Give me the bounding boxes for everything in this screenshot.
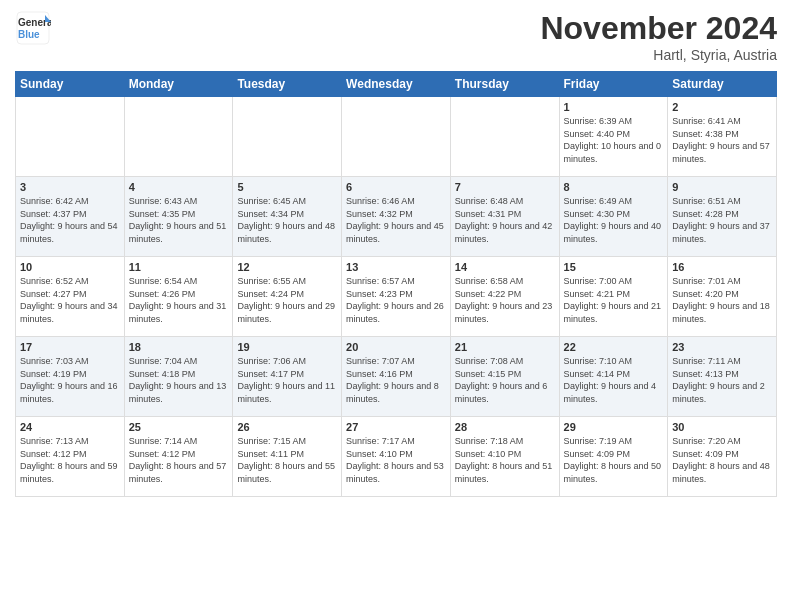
calendar-cell: 17Sunrise: 7:03 AM Sunset: 4:19 PM Dayli… — [16, 337, 125, 417]
day-info: Sunrise: 7:18 AM Sunset: 4:10 PM Dayligh… — [455, 435, 555, 485]
col-sunday: Sunday — [16, 72, 125, 97]
day-number: 7 — [455, 181, 555, 193]
calendar-cell: 14Sunrise: 6:58 AM Sunset: 4:22 PM Dayli… — [450, 257, 559, 337]
calendar-cell: 23Sunrise: 7:11 AM Sunset: 4:13 PM Dayli… — [668, 337, 777, 417]
title-block: November 2024 Hartl, Styria, Austria — [540, 10, 777, 63]
calendar-cell: 18Sunrise: 7:04 AM Sunset: 4:18 PM Dayli… — [124, 337, 233, 417]
calendar-row: 1Sunrise: 6:39 AM Sunset: 4:40 PM Daylig… — [16, 97, 777, 177]
col-monday: Monday — [124, 72, 233, 97]
day-number: 9 — [672, 181, 772, 193]
calendar-cell: 12Sunrise: 6:55 AM Sunset: 4:24 PM Dayli… — [233, 257, 342, 337]
calendar-cell: 15Sunrise: 7:00 AM Sunset: 4:21 PM Dayli… — [559, 257, 668, 337]
calendar-row: 10Sunrise: 6:52 AM Sunset: 4:27 PM Dayli… — [16, 257, 777, 337]
day-number: 23 — [672, 341, 772, 353]
day-info: Sunrise: 6:55 AM Sunset: 4:24 PM Dayligh… — [237, 275, 337, 325]
calendar-cell: 3Sunrise: 6:42 AM Sunset: 4:37 PM Daylig… — [16, 177, 125, 257]
day-info: Sunrise: 7:20 AM Sunset: 4:09 PM Dayligh… — [672, 435, 772, 485]
calendar-cell: 11Sunrise: 6:54 AM Sunset: 4:26 PM Dayli… — [124, 257, 233, 337]
day-number: 2 — [672, 101, 772, 113]
day-info: Sunrise: 6:48 AM Sunset: 4:31 PM Dayligh… — [455, 195, 555, 245]
page: General Blue November 2024 Hartl, Styria… — [0, 0, 792, 612]
day-info: Sunrise: 7:07 AM Sunset: 4:16 PM Dayligh… — [346, 355, 446, 405]
calendar-cell: 13Sunrise: 6:57 AM Sunset: 4:23 PM Dayli… — [342, 257, 451, 337]
main-title: November 2024 — [540, 10, 777, 47]
day-number: 26 — [237, 421, 337, 433]
day-number: 6 — [346, 181, 446, 193]
day-info: Sunrise: 6:45 AM Sunset: 4:34 PM Dayligh… — [237, 195, 337, 245]
day-number: 16 — [672, 261, 772, 273]
calendar-cell: 4Sunrise: 6:43 AM Sunset: 4:35 PM Daylig… — [124, 177, 233, 257]
header-row: Sunday Monday Tuesday Wednesday Thursday… — [16, 72, 777, 97]
col-saturday: Saturday — [668, 72, 777, 97]
day-number: 18 — [129, 341, 229, 353]
calendar-cell: 5Sunrise: 6:45 AM Sunset: 4:34 PM Daylig… — [233, 177, 342, 257]
calendar-cell — [233, 97, 342, 177]
day-number: 27 — [346, 421, 446, 433]
calendar-cell: 27Sunrise: 7:17 AM Sunset: 4:10 PM Dayli… — [342, 417, 451, 497]
calendar-row: 3Sunrise: 6:42 AM Sunset: 4:37 PM Daylig… — [16, 177, 777, 257]
day-info: Sunrise: 7:00 AM Sunset: 4:21 PM Dayligh… — [564, 275, 664, 325]
calendar-cell: 7Sunrise: 6:48 AM Sunset: 4:31 PM Daylig… — [450, 177, 559, 257]
calendar-cell: 8Sunrise: 6:49 AM Sunset: 4:30 PM Daylig… — [559, 177, 668, 257]
day-info: Sunrise: 6:39 AM Sunset: 4:40 PM Dayligh… — [564, 115, 664, 165]
day-number: 29 — [564, 421, 664, 433]
calendar-cell: 29Sunrise: 7:19 AM Sunset: 4:09 PM Dayli… — [559, 417, 668, 497]
calendar-row: 17Sunrise: 7:03 AM Sunset: 4:19 PM Dayli… — [16, 337, 777, 417]
day-info: Sunrise: 7:10 AM Sunset: 4:14 PM Dayligh… — [564, 355, 664, 405]
calendar-cell: 22Sunrise: 7:10 AM Sunset: 4:14 PM Dayli… — [559, 337, 668, 417]
calendar-cell — [124, 97, 233, 177]
calendar-cell: 25Sunrise: 7:14 AM Sunset: 4:12 PM Dayli… — [124, 417, 233, 497]
calendar-cell — [16, 97, 125, 177]
day-number: 14 — [455, 261, 555, 273]
col-tuesday: Tuesday — [233, 72, 342, 97]
day-info: Sunrise: 6:58 AM Sunset: 4:22 PM Dayligh… — [455, 275, 555, 325]
day-number: 21 — [455, 341, 555, 353]
header: General Blue November 2024 Hartl, Styria… — [15, 10, 777, 63]
day-number: 10 — [20, 261, 120, 273]
day-info: Sunrise: 7:06 AM Sunset: 4:17 PM Dayligh… — [237, 355, 337, 405]
day-info: Sunrise: 6:43 AM Sunset: 4:35 PM Dayligh… — [129, 195, 229, 245]
calendar-cell: 16Sunrise: 7:01 AM Sunset: 4:20 PM Dayli… — [668, 257, 777, 337]
day-info: Sunrise: 6:42 AM Sunset: 4:37 PM Dayligh… — [20, 195, 120, 245]
day-number: 28 — [455, 421, 555, 433]
calendar-cell: 9Sunrise: 6:51 AM Sunset: 4:28 PM Daylig… — [668, 177, 777, 257]
logo-graphic: General Blue — [15, 10, 51, 46]
col-wednesday: Wednesday — [342, 72, 451, 97]
day-info: Sunrise: 6:41 AM Sunset: 4:38 PM Dayligh… — [672, 115, 772, 165]
calendar-cell: 10Sunrise: 6:52 AM Sunset: 4:27 PM Dayli… — [16, 257, 125, 337]
calendar-cell — [342, 97, 451, 177]
calendar-cell: 24Sunrise: 7:13 AM Sunset: 4:12 PM Dayli… — [16, 417, 125, 497]
day-info: Sunrise: 6:49 AM Sunset: 4:30 PM Dayligh… — [564, 195, 664, 245]
day-info: Sunrise: 7:15 AM Sunset: 4:11 PM Dayligh… — [237, 435, 337, 485]
day-info: Sunrise: 7:13 AM Sunset: 4:12 PM Dayligh… — [20, 435, 120, 485]
day-info: Sunrise: 6:52 AM Sunset: 4:27 PM Dayligh… — [20, 275, 120, 325]
day-number: 8 — [564, 181, 664, 193]
day-number: 4 — [129, 181, 229, 193]
calendar-cell: 19Sunrise: 7:06 AM Sunset: 4:17 PM Dayli… — [233, 337, 342, 417]
day-number: 11 — [129, 261, 229, 273]
calendar-row: 24Sunrise: 7:13 AM Sunset: 4:12 PM Dayli… — [16, 417, 777, 497]
day-number: 25 — [129, 421, 229, 433]
calendar-cell — [450, 97, 559, 177]
day-info: Sunrise: 7:04 AM Sunset: 4:18 PM Dayligh… — [129, 355, 229, 405]
calendar-cell: 28Sunrise: 7:18 AM Sunset: 4:10 PM Dayli… — [450, 417, 559, 497]
calendar-cell: 1Sunrise: 6:39 AM Sunset: 4:40 PM Daylig… — [559, 97, 668, 177]
day-number: 13 — [346, 261, 446, 273]
day-info: Sunrise: 7:11 AM Sunset: 4:13 PM Dayligh… — [672, 355, 772, 405]
day-number: 12 — [237, 261, 337, 273]
day-number: 22 — [564, 341, 664, 353]
day-number: 3 — [20, 181, 120, 193]
calendar-cell: 30Sunrise: 7:20 AM Sunset: 4:09 PM Dayli… — [668, 417, 777, 497]
day-number: 17 — [20, 341, 120, 353]
day-number: 15 — [564, 261, 664, 273]
day-info: Sunrise: 7:01 AM Sunset: 4:20 PM Dayligh… — [672, 275, 772, 325]
col-thursday: Thursday — [450, 72, 559, 97]
calendar-cell: 21Sunrise: 7:08 AM Sunset: 4:15 PM Dayli… — [450, 337, 559, 417]
day-info: Sunrise: 7:17 AM Sunset: 4:10 PM Dayligh… — [346, 435, 446, 485]
day-info: Sunrise: 7:03 AM Sunset: 4:19 PM Dayligh… — [20, 355, 120, 405]
day-info: Sunrise: 7:08 AM Sunset: 4:15 PM Dayligh… — [455, 355, 555, 405]
day-number: 20 — [346, 341, 446, 353]
day-number: 1 — [564, 101, 664, 113]
subtitle: Hartl, Styria, Austria — [540, 47, 777, 63]
logo: General Blue — [15, 10, 51, 46]
